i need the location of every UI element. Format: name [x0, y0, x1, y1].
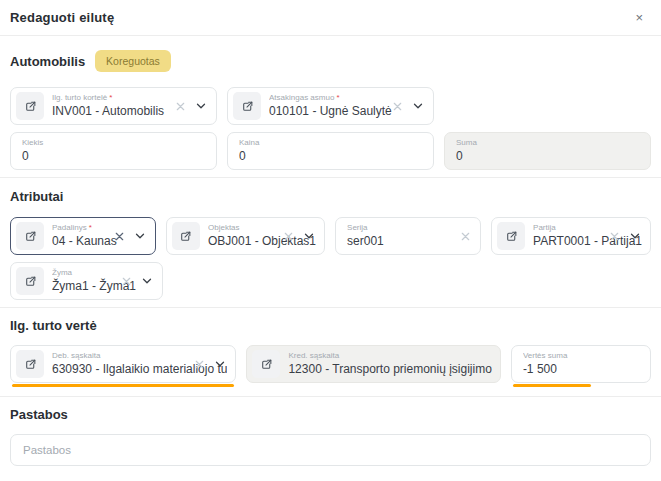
- external-link-icon: [260, 358, 273, 371]
- serija-field[interactable]: Serija: [335, 217, 481, 255]
- padalinys-field[interactable]: Padalinys* 04 - Kaunas: [10, 217, 156, 255]
- clear-icon[interactable]: [175, 101, 186, 112]
- external-link-icon: [24, 275, 37, 288]
- section-pastabos-title: Pastabos: [10, 407, 68, 422]
- deb-saskaita-field[interactable]: Deb. sąskaita 630930 - Ilgalaikio materi…: [10, 345, 236, 383]
- clear-icon[interactable]: [283, 231, 294, 242]
- divider: [0, 177, 661, 178]
- external-link-icon: [24, 230, 37, 243]
- kaina-field[interactable]: Kaina: [227, 132, 434, 170]
- field-value: 0: [456, 148, 642, 164]
- row-value-accounts: Deb. sąskaita 630930 - Ilgalaikio materi…: [10, 345, 651, 383]
- required-asterisk: *: [109, 93, 112, 102]
- modal-title: Redaguoti eilutę: [10, 10, 114, 25]
- clear-icon[interactable]: [392, 101, 403, 112]
- edit-row-modal: Redaguoti eilutę × Automobilis Koreguota…: [0, 0, 661, 481]
- clear-icon[interactable]: [114, 231, 125, 242]
- row-zyma: Žyma Žyma1 - Žyma1: [10, 262, 651, 300]
- chevron-down-icon[interactable]: [195, 100, 207, 112]
- clear-icon[interactable]: [460, 231, 471, 242]
- open-deb-saskaita-button[interactable]: [16, 350, 44, 378]
- chevron-down-icon[interactable]: [303, 230, 315, 242]
- clear-icon[interactable]: [609, 231, 620, 242]
- section-atributai-title: Atributai: [10, 189, 63, 204]
- zyma-field[interactable]: Žyma Žyma1 - Žyma1: [10, 262, 163, 300]
- field-label: Suma: [456, 138, 642, 148]
- row-amounts: Kiekis Kaina Suma 0: [10, 132, 651, 170]
- close-icon[interactable]: ×: [631, 9, 647, 26]
- objektas-field[interactable]: Objektas OBJ001 - Objektas1: [166, 217, 325, 255]
- ilg-turto-kortele-field[interactable]: Ilg. turto kortelė* INV001 - Automobilis: [10, 87, 217, 125]
- external-link-icon: [179, 230, 192, 243]
- clear-icon[interactable]: [194, 359, 205, 370]
- required-asterisk: *: [336, 93, 339, 102]
- partija-field[interactable]: Partija PART0001 - Partija1: [491, 217, 651, 255]
- kred-saskaita-field: Kred. sąskaita 12300 - Transporto priemo…: [246, 345, 500, 383]
- field-label: Kiekis: [22, 138, 208, 148]
- chevron-down-icon[interactable]: [214, 358, 226, 370]
- serija-input[interactable]: [347, 233, 472, 249]
- modal-header: Redaguoti eilutę ×: [0, 0, 661, 36]
- section-automobilis-title: Automobilis: [10, 54, 85, 69]
- chevron-down-icon[interactable]: [141, 275, 153, 287]
- section-automobilis: Automobilis Koreguotas: [10, 50, 651, 72]
- suma-field: Suma 0: [444, 132, 651, 170]
- open-objektas-button[interactable]: [172, 222, 200, 250]
- section-pastabos: Pastabos: [10, 407, 651, 422]
- kiekis-input[interactable]: [22, 148, 208, 164]
- external-link-icon: [505, 230, 518, 243]
- pastabos-input[interactable]: [10, 434, 651, 466]
- external-link-icon: [241, 100, 254, 113]
- required-asterisk: *: [89, 223, 92, 232]
- kiekis-field[interactable]: Kiekis: [10, 132, 217, 170]
- kaina-input[interactable]: [239, 148, 425, 164]
- field-value: 12300 - Transporto priemonių įsigijimo: [288, 361, 491, 377]
- atsakingas-asmuo-field[interactable]: Atsakingas asmuo* 010101 - Ugnė Saulytė: [227, 87, 434, 125]
- open-zyma-button[interactable]: [16, 267, 44, 295]
- field-label: Vertės suma: [523, 351, 642, 361]
- vertes-suma-input[interactable]: [523, 361, 642, 377]
- section-atributai: Atributai: [10, 189, 651, 204]
- chevron-down-icon[interactable]: [412, 100, 424, 112]
- field-label: Kaina: [239, 138, 425, 148]
- section-ilg-turto-verte-title: Ilg. turto vertė: [10, 318, 97, 333]
- external-link-icon: [24, 100, 37, 113]
- open-partija-button[interactable]: [497, 222, 525, 250]
- open-padalinys-button[interactable]: [16, 222, 44, 250]
- modal-footer: Išsaugoti: [10, 466, 651, 481]
- warning-underline: [513, 384, 591, 387]
- open-atsakingas-asmuo-button[interactable]: [233, 92, 261, 120]
- status-badge: Koreguotas: [95, 50, 171, 72]
- clear-icon[interactable]: [121, 276, 132, 287]
- vertes-suma-field[interactable]: Vertės suma: [511, 345, 651, 383]
- field-label: Kred. sąskaita: [288, 351, 491, 361]
- chevron-down-icon[interactable]: [134, 230, 146, 242]
- open-kred-saskaita-button[interactable]: [252, 350, 280, 378]
- divider: [0, 307, 661, 308]
- row-main-selects: Ilg. turto kortelė* INV001 - Automobilis…: [10, 87, 651, 125]
- open-ilg-turto-kortele-button[interactable]: [16, 92, 44, 120]
- chevron-down-icon[interactable]: [629, 230, 641, 242]
- warning-underline: [12, 384, 234, 387]
- divider: [0, 396, 661, 397]
- row-attributes: Padalinys* 04 - Kaunas Objektas OBJ001 -…: [10, 217, 651, 255]
- modal-body: Automobilis Koreguotas Ilg. turto kortel…: [0, 36, 661, 481]
- external-link-icon: [24, 358, 37, 371]
- section-ilg-turto-verte: Ilg. turto vertė: [10, 318, 651, 333]
- field-label: Serija: [347, 223, 472, 233]
